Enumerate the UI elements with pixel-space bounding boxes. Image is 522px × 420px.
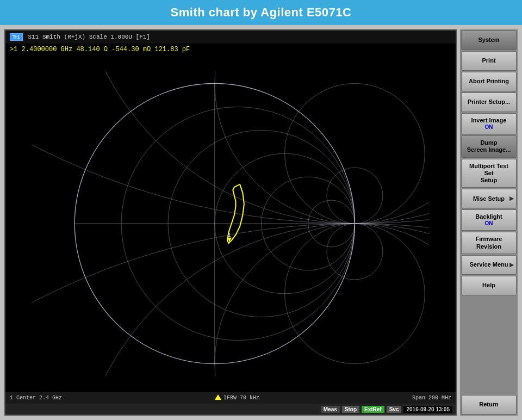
instrument-header: Tr1 S11 Smith (R+jX) Scale 1.000U [F1] — [5, 30, 456, 44]
printer-setup-label: Printer Setup... — [468, 98, 510, 106]
return-label: Return — [479, 401, 498, 408]
sidebar: System Print Abort Printing Printer Setu… — [460, 29, 518, 416]
marker-triangle — [215, 394, 221, 400]
status-right: Span 200 MHz — [412, 395, 451, 401]
instrument-panel: Tr1 S11 Smith (R+jX) Scale 1.000U [F1] >… — [4, 29, 457, 416]
return-button[interactable]: Return — [461, 395, 517, 415]
firmware-label: Firmware — [476, 236, 502, 243]
print-label: Print — [482, 57, 495, 64]
system-button[interactable]: System — [461, 30, 517, 50]
status-bar: 1 Center 2.4 GHz IFBW 70 kHz Span 200 MH… — [5, 392, 456, 404]
misc-setup-arrow: ▶ — [509, 195, 514, 202]
system-label: System — [478, 36, 499, 44]
multiport-button[interactable]: Multiport Test Set Setup — [461, 159, 517, 188]
multiport-label: Multiport Test Set — [464, 163, 514, 177]
badge-time: 2016-09-20 13:05 — [403, 406, 452, 413]
badge-meas: Meas — [321, 406, 340, 413]
service-menu-arrow: ▶ — [509, 262, 514, 268]
service-menu-label: Service Menu — [470, 261, 508, 268]
trace-badge: Tr1 — [10, 33, 23, 41]
header-label: S11 Smith (R+jX) Scale 1.000U [F1] — [28, 34, 150, 40]
abort-printing-button[interactable]: Abort Printing — [461, 72, 517, 91]
badge-extref: ExtRef — [362, 406, 384, 413]
backlight-label: Backlight — [475, 213, 502, 220]
page-title: Smith chart by Agilent E5071C — [171, 5, 352, 20]
status-left: 1 Center 2.4 GHz — [10, 395, 62, 401]
abort-printing-label: Abort Printing — [469, 78, 509, 85]
help-button[interactable]: Help — [461, 276, 517, 295]
dump-screen-label: Dump — [480, 139, 497, 146]
bottom-status-bar: Meas Stop ExtRef Svc 2016-09-20 13:05 — [5, 404, 456, 415]
misc-setup-button[interactable]: Misc Setup ▶ — [461, 189, 517, 208]
backlight-button[interactable]: Backlight ON — [461, 209, 517, 231]
firmware-sub: Revision — [476, 243, 501, 250]
chart-area — [5, 55, 456, 392]
dump-screen-sub: Screen Image... — [467, 146, 511, 153]
status-center: IFBW 70 kHz — [223, 395, 259, 401]
multiport-sub: Setup — [481, 177, 498, 184]
measurement-text: >1 2.4000000 GHz 48.140 Ω -544.30 mΩ 121… — [10, 46, 190, 53]
firmware-button[interactable]: Firmware Revision — [461, 232, 517, 254]
measurement-row: >1 2.4000000 GHz 48.140 Ω -544.30 mΩ 121… — [5, 44, 456, 55]
help-label: Help — [482, 282, 495, 289]
invert-image-button[interactable]: Invert Image ON — [461, 113, 517, 134]
dump-screen-button[interactable]: Dump Screen Image... — [461, 135, 517, 157]
misc-setup-label: Misc Setup — [473, 195, 505, 202]
badge-stop: Stop — [342, 406, 359, 413]
backlight-on: ON — [484, 220, 493, 227]
invert-image-on: ON — [485, 124, 493, 131]
printer-setup-button[interactable]: Printer Setup... — [461, 92, 517, 112]
badge-svc: Svc — [387, 406, 402, 413]
invert-image-label: Invert Image — [471, 117, 507, 124]
print-button[interactable]: Print — [461, 51, 517, 71]
title-bar: Smith chart by Agilent E5071C — [0, 0, 522, 25]
service-menu-button[interactable]: Service Menu ▶ — [461, 255, 517, 275]
